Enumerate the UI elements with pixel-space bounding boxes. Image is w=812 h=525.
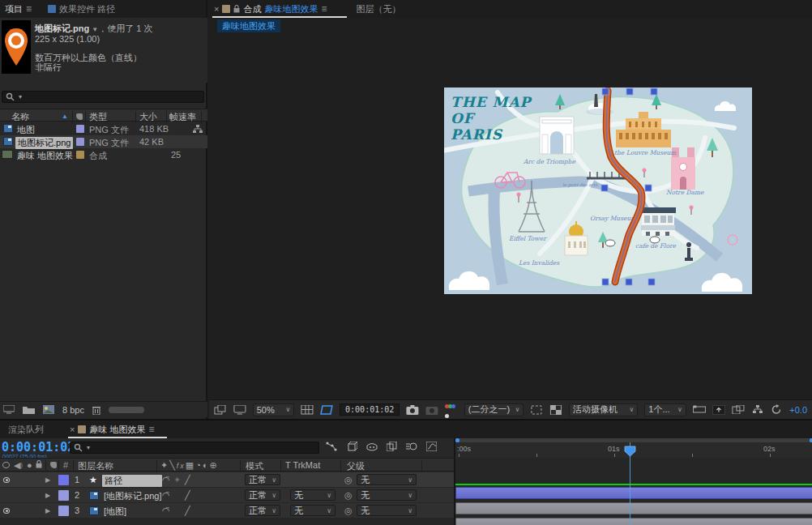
graph-editor-icon[interactable]: [426, 442, 437, 451]
panel-menu-icon[interactable]: ≡: [321, 3, 327, 15]
col-type[interactable]: 类型: [89, 111, 107, 123]
snapshot-camera-icon[interactable]: [406, 405, 419, 415]
visibility-eye-icon[interactable]: [3, 508, 10, 514]
tab-timeline-comp[interactable]: × 趣味 地图效果 ≡: [65, 420, 160, 438]
flowchart-icon[interactable]: [751, 405, 764, 414]
col-trkmat[interactable]: T TrkMat: [285, 460, 320, 470]
trkmat-dropdown[interactable]: 无∨: [290, 505, 335, 516]
camera-dropdown[interactable]: 活动摄像机∨: [569, 403, 638, 416]
shy-switch-icon[interactable]: ◠̈: [162, 506, 170, 516]
collapse-switch-icon[interactable]: ✦: [173, 475, 181, 485]
layer-bar-map[interactable]: [455, 518, 812, 525]
footage-thumbnail[interactable]: [2, 20, 31, 74]
layer-row-map-marker[interactable]: ▶ 2 [地图标记.png] ◠̈ ╱ 正常∨ 无∨ ◎ 无∨: [0, 488, 454, 503]
layer-row-path[interactable]: ▶ 1 ★ 路径 ◠̈ ✦ ╱ 正常∨ ◎ 无∨: [0, 472, 454, 488]
close-tab-icon[interactable]: ×: [214, 4, 219, 14]
trash-icon[interactable]: [92, 405, 100, 415]
resolution-dropdown[interactable]: (二分之一)∨: [464, 403, 524, 416]
layer-label-color[interactable]: [58, 506, 69, 516]
col-parent[interactable]: 父级: [347, 460, 365, 472]
layer-label-color[interactable]: [58, 490, 69, 501]
always-preview-icon[interactable]: [214, 405, 227, 415]
current-time-display[interactable]: 0:00:01:02: [2, 440, 75, 455]
col-mode[interactable]: 模式: [246, 460, 263, 472]
layer-label-color[interactable]: [58, 475, 69, 485]
solo-column-icon[interactable]: ●: [27, 460, 32, 470]
show-snapshot-icon[interactable]: [425, 405, 438, 415]
blend-mode-dropdown[interactable]: 正常∨: [245, 489, 280, 501]
quality-switch-icon[interactable]: ╱: [185, 506, 190, 516]
share-view-icon[interactable]: [693, 405, 706, 414]
lock-column-icon[interactable]: [36, 460, 42, 470]
pickwhip-icon[interactable]: ◎: [344, 506, 353, 516]
draft-3d-icon[interactable]: [346, 442, 357, 451]
tab-project[interactable]: 项目 ≡: [0, 0, 36, 18]
quality-switch-icon[interactable]: ╱: [185, 490, 190, 501]
layer-row-map[interactable]: ▶ 3 [地图] ◠̈ ╱ 正常∨ 无∨ ◎ 无∨: [0, 503, 454, 519]
col-layer-name[interactable]: 图层名称: [78, 460, 113, 472]
footage-name[interactable]: 地图标记.png ▼，使用了 1 次: [35, 23, 152, 35]
blend-mode-dropdown[interactable]: 正常∨: [245, 505, 280, 516]
motion-blur-icon[interactable]: [406, 442, 417, 451]
playhead-handle[interactable]: [624, 446, 636, 457]
search-options-chevron-icon[interactable]: ▾: [19, 93, 22, 100]
timeline-search-input[interactable]: ▾: [70, 442, 319, 454]
twirl-icon[interactable]: ▶: [45, 507, 50, 514]
quality-switch-icon[interactable]: ╱: [185, 475, 190, 485]
pickwhip-icon[interactable]: ◎: [344, 475, 353, 485]
pixel-aspect-icon[interactable]: [732, 405, 745, 414]
layer-name[interactable]: 路径: [102, 475, 162, 487]
new-folder-icon[interactable]: [23, 405, 35, 414]
twirl-icon[interactable]: ▶: [45, 492, 50, 499]
sort-asc-icon[interactable]: ▲: [62, 113, 68, 120]
zoom-dropdown[interactable]: 50%∨: [253, 403, 295, 416]
time-navigator[interactable]: [455, 438, 812, 442]
panel-menu-icon[interactable]: ≡: [149, 424, 155, 435]
trkmat-dropdown[interactable]: 无∨: [290, 489, 335, 501]
layer-name[interactable]: [地图]: [104, 506, 126, 518]
paris-map-artwork[interactable]: THE MAP OF PARIS Arc de Triomphe the Lou…: [444, 88, 752, 294]
timeline-track-area[interactable]: :00s 01s 02s: [454, 438, 812, 525]
breadcrumb[interactable]: 趣味地图效果: [217, 19, 280, 33]
mask-visibility-icon[interactable]: [320, 405, 333, 415]
tab-effect-controls[interactable]: 效果控件 路径: [43, 0, 120, 18]
audio-column-icon[interactable]: ◀): [14, 460, 20, 471]
layer-bar-map-marker[interactable]: [455, 502, 812, 514]
caret-down-icon[interactable]: ▼: [92, 26, 98, 33]
region-of-interest-icon[interactable]: [530, 405, 543, 415]
visibility-eye-icon[interactable]: [3, 477, 10, 483]
project-row-map-marker[interactable]: 地图标记.png PNG 文件 42 KB: [0, 135, 207, 148]
navigator-start-handle[interactable]: [455, 438, 459, 442]
parent-dropdown[interactable]: 无∨: [357, 505, 417, 516]
parent-dropdown[interactable]: 无∨: [357, 474, 417, 485]
shy-switch-icon[interactable]: ◠̈: [162, 490, 170, 501]
transparency-grid-icon[interactable]: [549, 405, 562, 415]
bit-depth-label[interactable]: 8 bpc: [62, 405, 84, 415]
monitor-icon[interactable]: [233, 405, 246, 415]
switches-column-icons[interactable]: ✦╲fx▦◔◐⊕: [160, 460, 219, 471]
tab-render-queue[interactable]: 渲染队列: [3, 420, 49, 438]
grid-guides-icon[interactable]: [301, 405, 314, 415]
mini-flowchart-icon[interactable]: [326, 442, 337, 451]
panel-menu-icon[interactable]: ≡: [26, 3, 32, 15]
tab-composition[interactable]: × 合成 趣味地图效果 ≡: [209, 0, 331, 18]
shy-icon[interactable]: [366, 442, 378, 451]
project-scrollbar[interactable]: [109, 407, 144, 413]
tab-layer[interactable]: 图层（无）: [351, 0, 405, 18]
pickwhip-icon[interactable]: ◎: [344, 490, 353, 501]
project-search-input[interactable]: ▾: [2, 91, 204, 103]
shy-switch-icon[interactable]: ◠̈: [162, 475, 170, 485]
project-column-headers[interactable]: 名称 ▲ 类型 大小 帧速率: [0, 109, 207, 122]
composition-viewer[interactable]: THE MAP OF PARIS Arc de Triomphe the Lou…: [209, 32, 812, 399]
frame-blend-icon[interactable]: [387, 442, 397, 451]
close-tab-icon[interactable]: ×: [70, 425, 75, 434]
view-layout-icon[interactable]: [712, 405, 725, 415]
project-row-map[interactable]: 地图 PNG 文件 418 KB: [0, 122, 207, 135]
layer-name[interactable]: [地图标记.png]: [104, 490, 162, 502]
view-count-dropdown[interactable]: 1个...∨: [644, 403, 686, 416]
exposure-value[interactable]: +0.0: [789, 405, 807, 415]
index-column[interactable]: #: [63, 460, 68, 470]
new-composition-icon[interactable]: [43, 405, 54, 414]
col-fps[interactable]: 帧速率: [169, 111, 196, 123]
comp-current-time[interactable]: 0:00:01:02: [340, 403, 400, 416]
